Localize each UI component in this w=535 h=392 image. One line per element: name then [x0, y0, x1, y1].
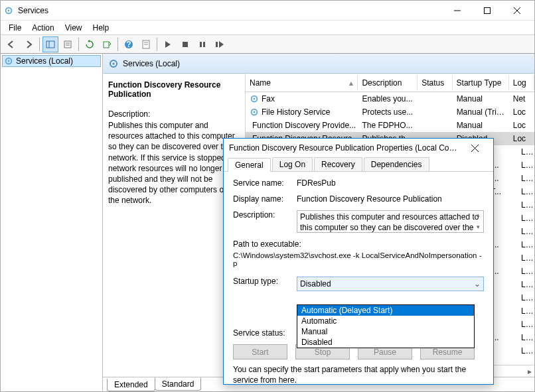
help-button[interactable]: ?	[121, 36, 137, 52]
dropdown-option-auto-delayed[interactable]: Automatic (Delayed Start)	[297, 305, 474, 316]
selected-service-title: Function Discovery Resource Publication	[108, 80, 240, 99]
start-button[interactable]: Start	[233, 344, 287, 359]
description-text: Publishes this computer and resources at…	[108, 120, 240, 206]
services-icon	[108, 58, 119, 69]
window-buttons	[442, 1, 532, 20]
svg-rect-20	[216, 42, 218, 47]
show-hide-tree-button[interactable]	[42, 36, 58, 52]
startup-type-value: Disabled	[300, 279, 331, 289]
start-params-hint: You can specify the start parameters tha…	[233, 365, 484, 385]
service-name-value: FDResPub	[297, 178, 484, 188]
services-icon	[3, 5, 14, 16]
properties-dialog: Function Discovery Resource Publication …	[223, 138, 494, 385]
menu-help[interactable]: Help	[88, 22, 115, 34]
refresh-button[interactable]	[82, 36, 98, 52]
desc-scrollbar[interactable]: ▴▾	[473, 211, 483, 232]
export-button[interactable]	[99, 36, 115, 52]
close-button[interactable]	[502, 1, 532, 20]
list-header: Name▴ Description Status Startup Type Lo…	[246, 74, 534, 92]
tab-logon[interactable]: Log On	[272, 157, 313, 171]
display-name-value: Function Discovery Resource Publication	[297, 194, 484, 204]
pane-title: Services (Local)	[123, 59, 180, 68]
properties-sheet-button[interactable]	[138, 36, 154, 52]
startup-type-label: Startup type:	[233, 277, 297, 286]
minimize-button[interactable]	[442, 1, 472, 20]
services-icon	[4, 56, 13, 66]
dropdown-option-disabled[interactable]: Disabled	[297, 337, 474, 348]
forward-button[interactable]	[21, 36, 37, 52]
separator	[157, 38, 157, 51]
dialog-body: Service name: FDResPub Display name: Fun…	[224, 172, 493, 392]
sort-asc-icon: ▴	[349, 78, 353, 88]
nav-tree: Services (Local)	[1, 54, 103, 391]
col-name[interactable]: Name▴	[246, 76, 358, 90]
startup-type-dropdown: Automatic (Delayed Start) Automatic Manu…	[297, 304, 475, 348]
menu-action[interactable]: Action	[27, 22, 59, 34]
svg-point-22	[8, 60, 10, 62]
service-status-label: Service status:	[233, 328, 297, 338]
dialog-titlebar: Function Discovery Resource Publication …	[224, 139, 493, 157]
tab-recovery[interactable]: Recovery	[314, 157, 362, 171]
dropdown-option-auto[interactable]: Automatic	[297, 316, 474, 326]
separator	[78, 38, 79, 51]
tab-extended[interactable]: Extended	[107, 379, 155, 391]
toolbar: ?	[1, 35, 534, 54]
svg-rect-18	[200, 42, 202, 47]
start-service-button[interactable]	[160, 36, 176, 52]
svg-rect-3	[484, 7, 490, 13]
dialog-tabs: General Log On Recovery Dependencies	[224, 157, 493, 172]
table-row[interactable]: Function Discovery Provide...The FDPHO..…	[246, 119, 534, 132]
table-row[interactable]: File History ServiceProtects use...Manua…	[246, 105, 534, 119]
description-label: Description:	[108, 109, 240, 119]
dropdown-option-manual[interactable]: Manual	[297, 326, 474, 337]
pause-service-button[interactable]	[194, 36, 210, 52]
service-name-label: Service name:	[233, 178, 297, 188]
tab-dependencies[interactable]: Dependencies	[364, 157, 429, 171]
separator	[39, 38, 40, 51]
svg-text:?: ?	[126, 40, 131, 49]
menu-file[interactable]: File	[3, 22, 27, 34]
restart-service-button[interactable]	[212, 36, 228, 52]
pane-header: Services (Local)	[103, 54, 534, 74]
service-icon	[250, 94, 259, 103]
col-status[interactable]: Status	[418, 76, 452, 90]
col-logon[interactable]: Log	[509, 76, 534, 90]
service-icon	[250, 107, 259, 117]
separator	[117, 38, 118, 51]
menu-view[interactable]: View	[60, 22, 88, 34]
col-startup[interactable]: Startup Type	[453, 76, 509, 90]
svg-point-26	[254, 98, 256, 100]
svg-rect-8	[64, 41, 71, 48]
tab-general[interactable]: General	[228, 158, 271, 172]
path-label: Path to executable:	[233, 239, 484, 249]
dialog-desc-box: Publishes this computer and resources at…	[297, 210, 484, 233]
tree-root[interactable]: Services (Local)	[2, 55, 101, 67]
svg-rect-6	[46, 41, 54, 48]
back-button[interactable]	[3, 36, 19, 52]
svg-rect-19	[203, 42, 205, 47]
dialog-title: Function Discovery Resource Publication …	[229, 143, 461, 153]
tab-standard[interactable]: Standard	[155, 377, 202, 391]
svg-point-1	[8, 9, 10, 11]
titlebar: Services	[1, 1, 534, 21]
properties-button[interactable]	[60, 36, 76, 52]
startup-type-combo[interactable]: Disabled ⌄	[297, 277, 484, 291]
menubar: File Action View Help	[1, 21, 534, 35]
path-value: C:\Windows\system32\svchost.exe -k Local…	[233, 251, 484, 267]
scroll-down-icon: ▾	[473, 223, 483, 232]
tree-root-label: Services (Local)	[16, 56, 73, 66]
scroll-up-icon: ▴	[473, 211, 483, 220]
chevron-down-icon: ⌄	[474, 279, 481, 289]
svg-point-24	[112, 62, 114, 64]
display-name-label: Display name:	[233, 194, 297, 204]
dialog-close-button[interactable]	[461, 139, 488, 157]
svg-rect-11	[104, 42, 109, 48]
svg-point-28	[254, 111, 256, 113]
maximize-button[interactable]	[472, 1, 502, 20]
svg-rect-17	[183, 42, 188, 47]
stop-service-button[interactable]	[177, 36, 193, 52]
table-row[interactable]: FaxEnables you...ManualNet	[246, 92, 534, 105]
scroll-right-icon: ▸	[528, 367, 532, 376]
col-description[interactable]: Description	[358, 76, 418, 90]
window-title: Services	[18, 6, 442, 15]
